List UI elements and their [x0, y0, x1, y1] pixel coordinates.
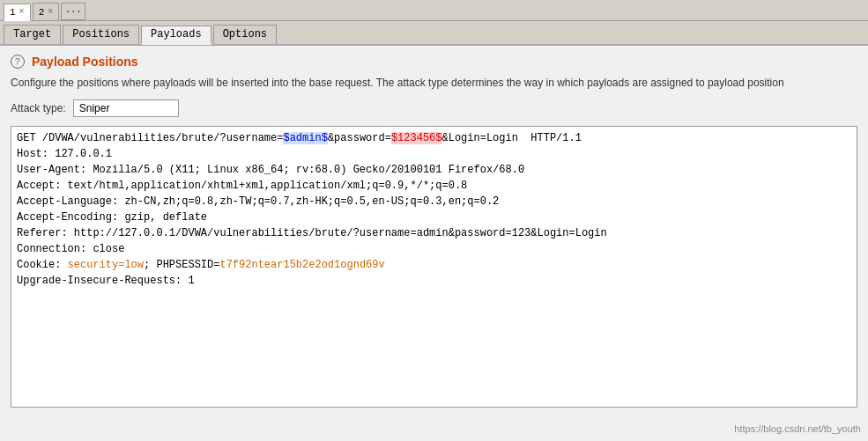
req-line1-mid: &password= [328, 132, 391, 144]
req-param2: $123456$ [391, 132, 442, 144]
req-line2: Host: 127.0.0.1 [17, 148, 112, 160]
request-editor[interactable]: GET /DVWA/vulnerabilities/brute/?usernam… [11, 126, 857, 408]
tab-1[interactable]: 1 × [4, 4, 31, 21]
attack-type-row: Attack type: [11, 99, 857, 117]
req-line9-pre: Cookie: [17, 259, 68, 271]
req-line4: Accept: text/html,application/xhtml+xml,… [17, 180, 467, 192]
req-line3: User-Agent: Mozilla/5.0 (X11; Linux x86_… [17, 164, 524, 176]
attack-type-label: Attack type: [11, 102, 66, 114]
tab-payloads[interactable]: Payloads [141, 26, 211, 45]
tab-more[interactable]: ... [61, 3, 85, 20]
tab-positions[interactable]: Positions [63, 25, 139, 44]
main-content: ? Payload Positions Configure the positi… [0, 46, 868, 441]
req-line1-post: &Login=Login HTTP/1.1 [442, 132, 582, 144]
tab-2-close[interactable]: × [48, 7, 53, 17]
section-title: Payload Positions [32, 55, 138, 69]
tab-target[interactable]: Target [4, 25, 61, 44]
req-line7: Referer: http://127.0.0.1/DVWA/vulnerabi… [17, 227, 607, 239]
tab-2-label: 2 [39, 7, 45, 18]
tab-bar: 1 × 2 × ... [0, 0, 868, 21]
nav-tabs: Target Positions Payloads Options [0, 21, 868, 46]
req-line9-mid: ; PHPSESSID= [144, 259, 219, 271]
req-session: t7f92ntear15b2e2od1ognd69v [219, 259, 384, 271]
tab-1-label: 1 [10, 7, 16, 18]
tab-2[interactable]: 2 × [33, 3, 60, 20]
section-header: ? Payload Positions [11, 55, 857, 69]
req-line5: Accept-Language: zh-CN,zh;q=0.8,zh-TW;q=… [17, 195, 499, 208]
req-line6: Accept-Encoding: gzip, deflate [17, 211, 207, 224]
req-line10: Upgrade-Insecure-Requests: 1 [17, 275, 195, 287]
tab-options[interactable]: Options [213, 25, 277, 44]
help-icon[interactable]: ? [11, 55, 25, 69]
tab-1-close[interactable]: × [19, 7, 25, 17]
req-line1-pre: GET /DVWA/vulnerabilities/brute/?usernam… [17, 132, 283, 144]
watermark: https://blog.csdn.net/tb_youth [734, 423, 861, 434]
req-security: security=low [68, 259, 144, 271]
attack-type-input[interactable] [73, 99, 179, 117]
req-line8: Connection: close [17, 243, 124, 255]
description: Configure the positions where payloads w… [11, 76, 857, 91]
req-param1: $admin$ [283, 132, 327, 144]
